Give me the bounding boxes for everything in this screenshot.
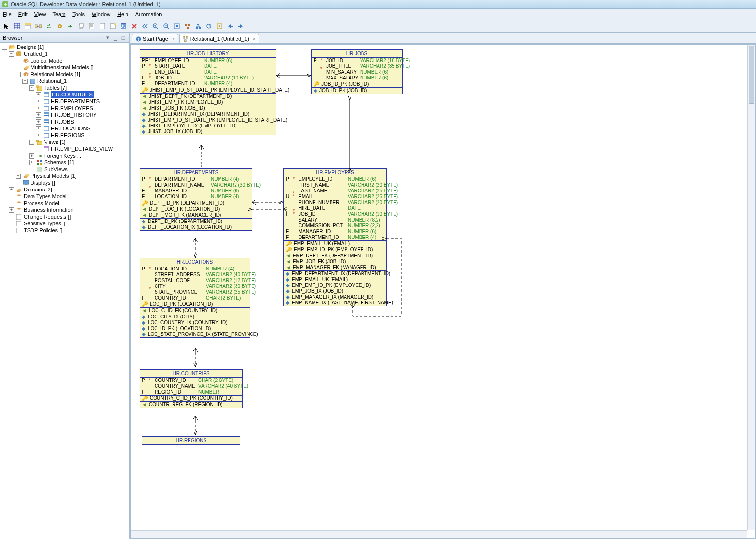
entity-regions[interactable]: HR.REGIONS — [142, 436, 240, 445]
column-row[interactable]: STATE_PROVINCEVARCHAR2 (25 BYTE) — [140, 289, 250, 295]
tree-views[interactable]: Views [1] — [44, 139, 65, 145]
column-row[interactable]: P*START_DATEDATE — [140, 63, 276, 69]
pk-row[interactable]: 🔑LOC_ID_PK (LOCATION_ID) — [140, 301, 250, 307]
fk-row[interactable]: ◄EMP_JOB_FK (JOB_ID) — [284, 259, 386, 265]
tree-sensitive[interactable]: Sensitive Types [] — [24, 220, 65, 227]
tree-logical[interactable]: Logical Model — [31, 57, 63, 64]
ix-row[interactable]: ◆EMP_NAME_IX (LAST_NAME, FIRST_NAME) — [284, 300, 386, 306]
column-row[interactable]: PF*EMPLOYEE_IDNUMBER (6) — [140, 58, 276, 63]
tree-domains[interactable]: Domains [2] — [24, 186, 52, 193]
tree-relmodels[interactable]: Relational Models [1] — [31, 71, 80, 78]
column-row[interactable]: FCOUNTRY_IDCHAR (2 BYTE) — [140, 295, 250, 301]
entity-job_history[interactable]: HR.JOB_HISTORYPF*EMPLOYEE_IDNUMBER (6)P*… — [140, 49, 276, 135]
tree-hr-employees[interactable]: HR.EMPLOYEES — [51, 105, 93, 111]
ix-row[interactable]: ◆JHIST_EMP_ID_ST_DATE_PK (EMPLOYEE_ID, S… — [140, 117, 276, 123]
tree-hr-jobs[interactable]: HR.JOBS — [51, 118, 74, 125]
ix-row[interactable]: ◆JHIST_JOB_IX (JOB_ID) — [140, 129, 276, 135]
menu-automation[interactable]: Automation — [135, 11, 162, 17]
tool-table-icon[interactable] — [23, 22, 32, 31]
fk-row[interactable]: ◄COUNTR_REG_FK (REGION_ID) — [140, 402, 242, 408]
tool-forward-icon[interactable] — [236, 22, 245, 31]
ix-row[interactable]: ◆EMP_EMAIL_UK (EMAIL) — [284, 277, 386, 283]
tool-layout-icon[interactable] — [183, 22, 192, 31]
tool-cursor-icon[interactable] — [2, 22, 11, 31]
ix-row[interactable]: ◆LOC_ID_PK (LOCATION_ID) — [140, 326, 250, 332]
tool-new-icon[interactable] — [109, 22, 117, 31]
browser-tree[interactable]: −📂Designs [1] −Untitled_1 Logical Model … — [0, 43, 129, 539]
tab-start-page[interactable]: ? Start Page × — [132, 34, 178, 43]
column-row[interactable]: COMMISSION_PCTNUMBER (2,2) — [284, 223, 386, 229]
tool-rewind-icon[interactable] — [141, 22, 149, 31]
tree-hr-regions[interactable]: HR.REGIONS — [51, 132, 85, 139]
column-row[interactable]: COUNTRY_NAMEVARCHAR2 (40 BYTE) — [140, 383, 242, 389]
tree-hr-locations[interactable]: HR.LOCATIONS — [51, 125, 91, 132]
fk-row[interactable]: ◄JHIST_EMP_FK (EMPLOYEE_ID) — [140, 99, 276, 105]
tool-zoom-out-icon[interactable] — [162, 22, 171, 31]
fk-row[interactable]: ◄EMP_MANAGER_FK (MANAGER_ID) — [284, 265, 386, 270]
ix-row[interactable]: ◆JHIST_DEPARTMENT_IX (DEPARTMENT_ID) — [140, 111, 276, 117]
tree-view0[interactable]: HR.EMP_DETAILS_VIEW — [51, 145, 113, 152]
ix-row[interactable]: ◆LOC_STATE_PROVINCE_IX (STATE_PROVINCE) — [140, 332, 250, 337]
tool-diagram-icon[interactable] — [194, 22, 203, 31]
column-row[interactable]: FMANAGER_IDNUMBER (6) — [284, 229, 386, 235]
menu-view[interactable]: View — [34, 11, 46, 17]
column-row[interactable]: MIN_SALARYNUMBER (6) — [312, 69, 402, 75]
tree-fks[interactable]: Foreign Keys ... — [44, 152, 81, 159]
column-row[interactable]: *LAST_NAMEVARCHAR2 (25 BYTE) — [284, 188, 386, 194]
column-row[interactable]: SALARYNUMBER (8,2) — [284, 217, 386, 223]
column-row[interactable]: FLOCATION_IDNUMBER (4) — [140, 194, 252, 200]
fk-row[interactable]: ◄JHIST_JOB_FK (JOB_ID) — [140, 105, 276, 111]
tree-schemas[interactable]: Schemas [1] — [44, 159, 74, 166]
tree-change[interactable]: Change Requests [] — [24, 213, 71, 220]
fk-row[interactable]: ◄LOC_C_ID_FK (COUNTRY_ID) — [140, 308, 250, 314]
tree-hr-countries[interactable]: HR.COUNTRIES — [51, 91, 94, 98]
entity-countries[interactable]: HR.COUNTRIESP*COUNTRY_IDCHAR (2 BYTE)COU… — [140, 369, 243, 408]
tree-designs[interactable]: Designs [1] — [17, 44, 44, 50]
fk-row[interactable]: ◄DEPT_MGR_FK (MANAGER_ID) — [140, 212, 252, 218]
menu-tools[interactable]: Tools — [72, 11, 85, 17]
ix-row[interactable]: ◆JOB_ID_PK (JOB_ID) — [312, 88, 402, 94]
ix-row[interactable]: ◆DEPT_ID_PK (DEPARTMENT_ID) — [140, 219, 252, 224]
tool-pic-icon[interactable] — [119, 22, 128, 31]
column-row[interactable]: *DEPARTMENT_NAMEVARCHAR2 (30 BYTE) — [140, 182, 252, 188]
tree-process[interactable]: Process Model — [24, 200, 59, 206]
tool-fit-icon[interactable] — [173, 22, 181, 31]
tree-displays[interactable]: Displays [] — [31, 179, 55, 186]
ix-row[interactable]: ◆JHIST_EMPLOYEE_IX (EMPLOYEE_ID) — [140, 123, 276, 129]
tree-multi[interactable]: Multidimensional Models [] — [31, 64, 94, 71]
menu-help[interactable]: Help — [117, 11, 128, 17]
tool-grid-icon[interactable] — [13, 22, 21, 31]
tool-swap-icon[interactable] — [45, 22, 53, 31]
column-row[interactable]: P*JOB_IDVARCHAR2 (10 BYTE) — [312, 58, 402, 63]
tool-delete-x-icon[interactable] — [130, 22, 139, 31]
column-row[interactable]: *HIRE_DATEDATE — [284, 206, 386, 211]
column-row[interactable]: FDEPARTMENT_IDNUMBER (4) — [140, 81, 276, 87]
tab-relational[interactable]: Relational_1 (Untitled_1) × — [179, 34, 259, 43]
ix-row[interactable]: ◆EMP_JOB_IX (JOB_ID) — [284, 288, 386, 294]
tree-subviews[interactable]: SubViews — [44, 166, 68, 173]
column-row[interactable]: U*EMAILVARCHAR2 (25 BYTE) — [284, 194, 386, 200]
tree-tsdp[interactable]: TSDP Policies [] — [24, 227, 62, 234]
tree-tables[interactable]: Tables [7] — [44, 84, 67, 91]
entity-departments[interactable]: HR.DEPARTMENTSP*DEPARTMENT_IDNUMBER (4)*… — [140, 168, 252, 231]
menu-file[interactable]: File — [3, 11, 12, 17]
tree-hr-jobhistory[interactable]: HR.JOB_HISTORY — [51, 111, 97, 118]
pk-row[interactable]: 🔑EMP_EMP_ID_PK (EMPLOYEE_ID) — [284, 247, 386, 253]
entity-locations[interactable]: HR.LOCATIONSP*LOCATION_IDNUMBER (4)STREE… — [140, 258, 250, 338]
pk-row[interactable]: 🔑COUNTRY_C_ID_PK (COUNTRY_ID) — [140, 396, 242, 401]
fk-row[interactable]: ◄EMP_DEPT_FK (DEPARTMENT_ID) — [284, 253, 386, 259]
tree-rel1[interactable]: Relational_1 — [37, 78, 67, 84]
column-row[interactable]: FREGION_IDNUMBER — [140, 389, 242, 395]
menu-edit[interactable]: Edit — [18, 11, 28, 17]
pk-row[interactable]: 🔑JOB_ID_PK (JOB_ID) — [312, 81, 402, 87]
tool-copy-icon[interactable] — [77, 22, 85, 31]
tree-hr-departments[interactable]: HR.DEPARTMENTS — [51, 98, 100, 105]
column-row[interactable]: FMANAGER_IDNUMBER (6) — [140, 188, 252, 194]
column-row[interactable]: P*DEPARTMENT_IDNUMBER (4) — [140, 176, 252, 182]
ix-row[interactable]: ◆LOC_CITY_IX (CITY) — [140, 314, 250, 320]
panel-maximize-icon[interactable]: □ — [120, 34, 126, 41]
tool-relation-icon[interactable] — [34, 22, 43, 31]
horizontal-scrollbar[interactable] — [131, 530, 747, 538]
pk-row[interactable]: 🔑JHIST_EMP_ID_ST_DATE_PK (EMPLOYEE_ID, S… — [140, 87, 276, 93]
column-row[interactable]: *END_DATEDATE — [140, 69, 276, 75]
